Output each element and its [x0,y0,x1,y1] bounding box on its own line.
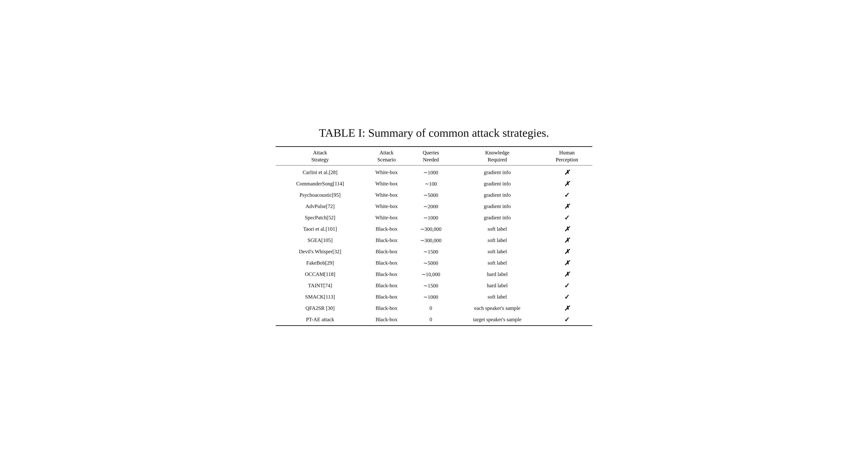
perception-symbol: ✗ [564,203,569,210]
cell-knowledge: each speaker's sample [453,303,541,314]
cell-strategy: Taori et al.[101] [276,223,364,235]
perception-symbol: ✗ [564,248,569,255]
cell-scenario: Black-box [364,291,409,303]
perception-symbol: ✗ [564,225,569,233]
table-row: Carlini et al.[28] White-box ∼1000 gradi… [276,165,592,178]
cell-scenario: White-box [364,201,409,212]
cell-strategy: AdvPulse[72] [276,201,364,212]
cell-perception: ✓ [541,190,592,201]
cell-perception: ✓ [541,291,592,303]
cell-strategy: QFA2SR [30] [276,303,364,314]
cell-strategy: SpecPatch[52] [276,212,364,223]
col-header-perception: HumanPerception [541,147,592,165]
cell-scenario: Black-box [364,280,409,291]
cell-queries: ∼5000 [409,257,453,269]
col-header-scenario: AttackScenario [364,147,409,165]
perception-symbol: ✗ [564,271,569,278]
cell-knowledge: soft label [453,291,541,303]
cell-knowledge: soft label [453,235,541,246]
cell-knowledge: target speaker's sample [453,314,541,326]
cell-scenario: Black-box [364,269,409,280]
cell-scenario: White-box [364,190,409,201]
col-header-knowledge: KnowledgeRequired [453,147,541,165]
table-row: Devil's Whisper[32] Black-box ∼1500 soft… [276,246,592,257]
cell-knowledge: soft label [453,257,541,269]
perception-symbol: ✓ [564,293,569,301]
table-row: CommanderSong[114] White-box ∼100 gradie… [276,178,592,190]
cell-queries: 0 [409,303,453,314]
perception-symbol: ✗ [564,180,569,188]
cell-perception: ✗ [541,178,592,190]
cell-perception: ✓ [541,212,592,223]
perception-symbol: ✗ [564,237,569,244]
table-row: SMACK[113] Black-box ∼1000 soft label ✓ [276,291,592,303]
cell-knowledge: gradient info [453,165,541,178]
table-row: SpecPatch[52] White-box ∼1000 gradient i… [276,212,592,223]
col-header-queries: QueriesNeeded [409,147,453,165]
page-container: TABLE I: Summary of common attack strate… [276,126,592,326]
cell-queries: ∼1500 [409,280,453,291]
cell-perception: ✓ [541,280,592,291]
cell-scenario: White-box [364,212,409,223]
cell-knowledge: gradient info [453,212,541,223]
cell-perception: ✗ [541,201,592,212]
table-header-row: AttackStrategy AttackScenario QueriesNee… [276,147,592,165]
perception-symbol: ✓ [564,192,569,199]
table-row: OCCAM[118] Black-box ∼10,000 hard label … [276,269,592,280]
cell-knowledge: gradient info [453,190,541,201]
cell-knowledge: hard label [453,280,541,291]
cell-scenario: Black-box [364,314,409,326]
cell-perception: ✗ [541,269,592,280]
cell-queries: 0 [409,314,453,326]
cell-queries: ∼2000 [409,201,453,212]
cell-strategy: TAINT[74] [276,280,364,291]
perception-symbol: ✓ [564,282,569,289]
cell-scenario: Black-box [364,223,409,235]
table-row: SGEA[105] Black-box ∼300,000 soft label … [276,235,592,246]
cell-knowledge: hard label [453,269,541,280]
cell-scenario: White-box [364,178,409,190]
cell-knowledge: soft label [453,223,541,235]
table-body: Carlini et al.[28] White-box ∼1000 gradi… [276,165,592,326]
cell-strategy: Psychoacoustic[95] [276,190,364,201]
table-row: FakeBob[29] Black-box ∼5000 soft label ✗ [276,257,592,269]
cell-strategy: FakeBob[29] [276,257,364,269]
perception-symbol: ✗ [564,169,569,176]
data-table: AttackStrategy AttackScenario QueriesNee… [276,146,592,326]
table-row: Taori et al.[101] Black-box ∼300,000 sof… [276,223,592,235]
cell-strategy: Carlini et al.[28] [276,165,364,178]
cell-perception: ✓ [541,314,592,326]
cell-perception: ✗ [541,235,592,246]
cell-perception: ✗ [541,303,592,314]
cell-perception: ✗ [541,165,592,178]
table-row: Psychoacoustic[95] White-box ∼5000 gradi… [276,190,592,201]
cell-queries: ∼5000 [409,190,453,201]
cell-queries: ∼1000 [409,212,453,223]
cell-strategy: SMACK[113] [276,291,364,303]
cell-perception: ✗ [541,257,592,269]
cell-perception: ✗ [541,246,592,257]
cell-queries: ∼1000 [409,291,453,303]
cell-strategy: PT-AE attack [276,314,364,326]
perception-symbol: ✓ [564,214,569,221]
cell-scenario: Black-box [364,235,409,246]
cell-queries: ∼300,000 [409,235,453,246]
table-row: PT-AE attack Black-box 0 target speaker'… [276,314,592,326]
perception-symbol: ✗ [564,305,569,312]
cell-scenario: Black-box [364,257,409,269]
cell-knowledge: gradient info [453,178,541,190]
perception-symbol: ✓ [564,316,569,323]
cell-queries: ∼1000 [409,165,453,178]
perception-symbol: ✗ [564,259,569,266]
cell-knowledge: gradient info [453,201,541,212]
cell-knowledge: soft label [453,246,541,257]
cell-queries: ∼10,000 [409,269,453,280]
cell-strategy: SGEA[105] [276,235,364,246]
cell-scenario: Black-box [364,303,409,314]
cell-scenario: Black-box [364,246,409,257]
table-title: TABLE I: Summary of common attack strate… [276,126,592,139]
cell-queries: ∼300,000 [409,223,453,235]
cell-strategy: OCCAM[118] [276,269,364,280]
table-row: QFA2SR [30] Black-box 0 each speaker's s… [276,303,592,314]
cell-strategy: Devil's Whisper[32] [276,246,364,257]
